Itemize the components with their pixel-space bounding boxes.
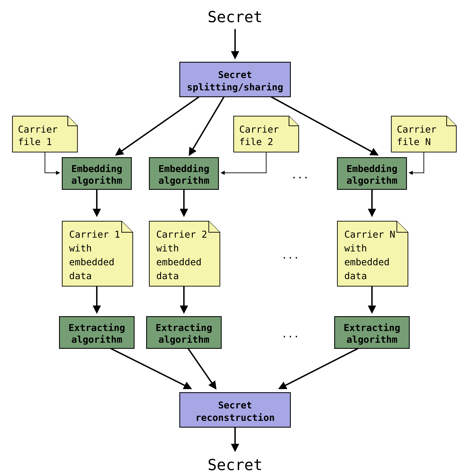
carrier-2-out-note: Carrier 2 with embedded data bbox=[149, 221, 220, 286]
secret-recon-line1: Secret bbox=[218, 400, 252, 411]
embedding-N-l2: algorithm bbox=[347, 175, 397, 186]
secret-reconstruction-box: Secret reconstruction bbox=[180, 393, 290, 427]
arrow-extract2-to-recon bbox=[188, 348, 216, 389]
dots-row-carrier: ... bbox=[281, 249, 299, 261]
carrier-2-out-l3: embedded bbox=[156, 256, 202, 268]
carrier-1-out-l4: data bbox=[69, 271, 92, 281]
arrow-extract1-to-recon bbox=[111, 348, 191, 389]
carrier-2-out-l2: with bbox=[156, 243, 179, 254]
secret-splitting-line1: Secret bbox=[218, 69, 252, 80]
carrier-file-2-l1: Carrier bbox=[239, 124, 279, 135]
extracting-1-l2: algorithm bbox=[71, 334, 122, 345]
carrier-file-1-note: Carrier file 1 bbox=[12, 116, 77, 152]
carrier-N-out-l1: Carrier N bbox=[344, 229, 395, 240]
arrow-split-to-embed1 bbox=[116, 97, 199, 155]
carrier-1-out-note: Carrier 1 with embedded data bbox=[62, 221, 133, 286]
carrier-2-out-l1: Carrier 2 bbox=[156, 229, 207, 240]
dots-row-extract: ... bbox=[281, 328, 299, 340]
secret-top-label: Secret bbox=[208, 8, 262, 26]
embedding-N-l1: Embedding bbox=[347, 163, 397, 174]
secret-splitting-box: Secret splitting/sharing bbox=[180, 62, 290, 97]
carrier-file-2-note: Carrier file 2 bbox=[234, 116, 299, 152]
carrier-N-out-l2: with bbox=[344, 243, 367, 254]
extracting-N-l2: algorithm bbox=[347, 334, 397, 345]
carrier-1-out-l3: embedded bbox=[69, 256, 115, 268]
extracting-box-N: Extracting algorithm bbox=[335, 317, 409, 348]
arrow-carrierN-to-embedN bbox=[409, 152, 424, 173]
extracting-2-l2: algorithm bbox=[158, 334, 209, 345]
secret-splitting-line2: splitting/sharing bbox=[187, 82, 283, 93]
extracting-2-l1: Extracting bbox=[156, 322, 212, 333]
carrier-1-out-l2: with bbox=[69, 243, 92, 254]
extracting-N-l1: Extracting bbox=[344, 322, 400, 333]
embedding-box-1: Embedding algorithm bbox=[62, 158, 131, 189]
extracting-box-2: Extracting algorithm bbox=[147, 317, 221, 348]
arrow-extractN-to-recon bbox=[279, 348, 358, 389]
carrier-file-N-l2: file N bbox=[397, 136, 431, 147]
carrier-file-1-l2: file 1 bbox=[18, 136, 52, 147]
carrier-N-out-l3: embedded bbox=[344, 256, 390, 268]
extracting-box-1: Extracting algorithm bbox=[59, 317, 134, 348]
extracting-1-l1: Extracting bbox=[69, 322, 125, 333]
carrier-2-out-l4: data bbox=[156, 271, 179, 281]
secret-bottom-label: Secret bbox=[208, 456, 262, 474]
arrow-carrier2-to-embed2 bbox=[221, 152, 266, 173]
carrier-file-N-note: Carrier file N bbox=[391, 116, 456, 152]
embedding-2-l2: algorithm bbox=[158, 175, 209, 186]
carrier-file-2-l2: file 2 bbox=[239, 136, 273, 147]
embedding-box-N: Embedding algorithm bbox=[337, 158, 406, 189]
embedding-2-l1: Embedding bbox=[158, 163, 209, 174]
carrier-N-out-l4: data bbox=[344, 271, 367, 281]
arrow-carrier1-to-embed1 bbox=[45, 152, 59, 173]
dots-row-embed: ... bbox=[291, 169, 309, 181]
secret-recon-line2: reconstruction bbox=[195, 412, 275, 423]
carrier-file-N-l1: Carrier bbox=[397, 124, 436, 135]
embedding-box-2: Embedding algorithm bbox=[149, 158, 218, 189]
embedding-1-l2: algorithm bbox=[71, 175, 122, 186]
carrier-file-1-l1: Carrier bbox=[18, 124, 58, 135]
embedding-1-l1: Embedding bbox=[71, 163, 122, 174]
arrow-split-to-embed2 bbox=[190, 97, 224, 155]
carrier-N-out-note: Carrier N with embedded data bbox=[337, 221, 408, 286]
carrier-1-out-l1: Carrier 1 bbox=[69, 229, 120, 240]
